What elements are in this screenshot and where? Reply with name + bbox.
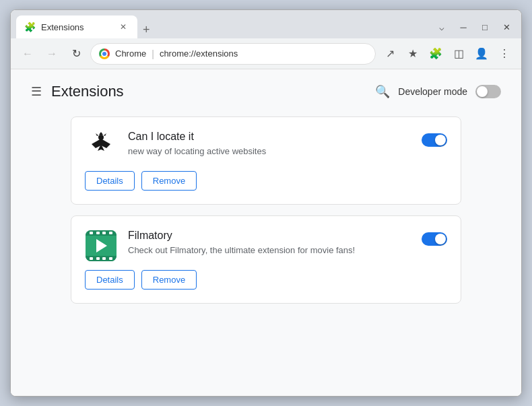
film-hole [102, 257, 106, 260]
page-content: ☰ Extensions 🔍 Developer mode [11, 69, 521, 396]
header-right: 🔍 Developer mode [375, 84, 501, 99]
hamburger-menu-icon[interactable]: ☰ [31, 84, 42, 99]
close-button[interactable]: ✕ [497, 20, 516, 34]
ext-actions-1: Details Remove [85, 171, 447, 191]
new-tab-button[interactable]: + [137, 23, 156, 37]
svg-point-0 [98, 135, 104, 140]
film-hole [90, 232, 93, 234]
share-button[interactable]: ↗ [380, 44, 400, 64]
forward-button[interactable]: → [42, 44, 62, 64]
filmatory-logo [86, 230, 117, 261]
address-url: chrome://extensions [160, 48, 238, 59]
ext-remove-button-2[interactable]: Remove [141, 270, 197, 290]
address-bar[interactable]: Chrome | chrome://extensions [90, 43, 376, 65]
ext-info-2: Filmatory Check out Filmatory, the ultim… [128, 230, 411, 257]
developer-mode-toggle[interactable] [475, 85, 501, 98]
ext-icon-2 [85, 230, 117, 262]
address-separator: | [152, 48, 154, 59]
nav-icons: ↗ ★ 🧩 ◫ 👤 ⋮ [380, 44, 514, 64]
minimize-button[interactable]: ─ [454, 20, 473, 34]
window-controls: ⌵ ─ □ ✕ [432, 20, 516, 34]
film-hole [109, 257, 112, 260]
browser-window: 🧩 Extensions ✕ + ⌵ ─ □ ✕ ← → ↻ Chrome | … [10, 9, 522, 397]
ext-top-1: Can I locate it new way of locating acti… [85, 131, 447, 163]
search-icon[interactable]: 🔍 [375, 84, 390, 99]
tab-extensions-icon: 🧩 [24, 22, 36, 32]
ext-desc-1: new way of locating active websites [128, 145, 411, 158]
film-hole [109, 232, 112, 234]
chrome-logo [99, 48, 110, 59]
film-hole [90, 257, 93, 260]
ext-name-1: Can I locate it [128, 131, 411, 143]
maximize-button[interactable]: □ [475, 20, 494, 34]
bookmark-button[interactable]: ★ [403, 44, 423, 64]
film-strip-bottom [86, 256, 117, 261]
film-hole [96, 232, 100, 234]
developer-mode-label: Developer mode [398, 86, 467, 97]
ext-name-2: Filmatory [128, 230, 411, 242]
back-button[interactable]: ← [18, 44, 38, 64]
ext-icon-1 [85, 131, 117, 163]
bird-svg-icon [86, 131, 117, 162]
play-icon [96, 239, 107, 252]
ext-toggle-2[interactable] [422, 232, 447, 246]
reload-button[interactable]: ↻ [66, 44, 86, 64]
menu-button[interactable]: ⋮ [494, 44, 514, 64]
ext-top-2: Filmatory Check out Filmatory, the ultim… [85, 230, 447, 262]
tab-close-button[interactable]: ✕ [117, 21, 129, 33]
nav-bar: ← → ↻ Chrome | chrome://extensions ↗ ★ 🧩… [11, 38, 521, 69]
page-header-left: ☰ Extensions [31, 83, 124, 100]
address-chrome-text: Chrome [115, 48, 146, 59]
ext-toggle-1[interactable] [422, 133, 447, 147]
restore-down-button[interactable]: ⌵ [432, 20, 451, 34]
title-bar: 🧩 Extensions ✕ + ⌵ ─ □ ✕ [11, 10, 521, 38]
extensions-button[interactable]: 🧩 [426, 44, 446, 64]
film-strip-top [86, 230, 117, 236]
active-tab[interactable]: 🧩 Extensions ✕ [16, 15, 137, 38]
sidebar-button[interactable]: ◫ [448, 44, 469, 64]
ext-details-button-1[interactable]: Details [85, 171, 135, 191]
ext-info-1: Can I locate it new way of locating acti… [128, 131, 411, 158]
extension-card-2: Filmatory Check out Filmatory, the ultim… [71, 215, 461, 304]
ext-desc-2: Check out Filmatory, the ultimate extens… [128, 244, 411, 257]
profile-button[interactable]: 👤 [471, 44, 492, 64]
ext-details-button-2[interactable]: Details [85, 270, 135, 290]
page-header: ☰ Extensions 🔍 Developer mode [31, 83, 501, 100]
tab-label: Extensions [41, 22, 84, 32]
extension-card-1: Can I locate it new way of locating acti… [71, 116, 461, 205]
ext-remove-button-1[interactable]: Remove [141, 171, 197, 191]
film-hole [102, 232, 106, 234]
film-hole [96, 257, 100, 260]
ext-actions-2: Details Remove [85, 270, 447, 290]
page-title: Extensions [51, 83, 124, 100]
